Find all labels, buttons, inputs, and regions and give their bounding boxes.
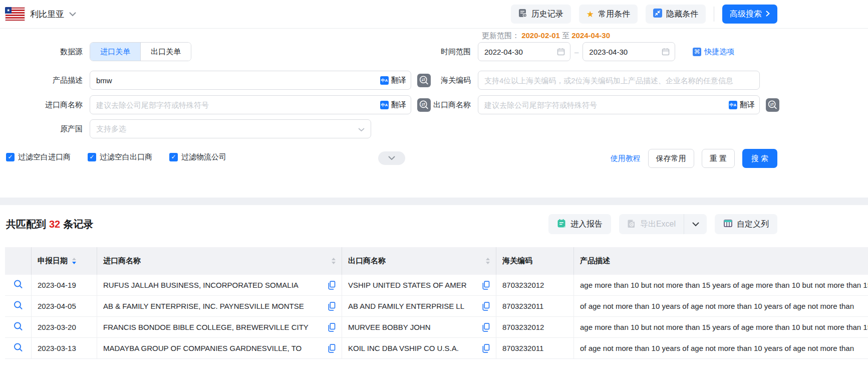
cell-exporter: AB AND FAMILY ENTERPRISE LL [342, 296, 496, 316]
checkbox-checked-icon [88, 153, 96, 161]
copy-icon[interactable] [482, 344, 490, 353]
filter-blank-exporter-checkbox[interactable]: 过滤空白出口商 [88, 152, 152, 162]
data-source-label: 数据源 [40, 47, 83, 57]
custom-columns-label: 自定义列 [737, 219, 769, 230]
history-button[interactable]: 历史记录 [511, 5, 571, 24]
product-desc-label: 产品描述 [40, 76, 83, 85]
cell-hs-code: 8703232012 [496, 275, 573, 295]
sort-buttons-exporter[interactable] [486, 258, 490, 264]
custom-columns-button[interactable]: 自定义列 [715, 214, 777, 234]
translate-button[interactable]: 中A 翻译 [380, 76, 406, 85]
start-date-input[interactable]: 2022-04-30 [478, 42, 570, 61]
export-excel-label: 导出Excel [640, 219, 676, 230]
table-row: 2023-04-05 AB & FAMILY ENTERPRISE, INC. … [5, 296, 868, 317]
filter-logistics-checkbox[interactable]: 过滤物流公司 [169, 152, 226, 162]
translate-icon: 中A [380, 76, 389, 85]
copy-icon[interactable] [482, 323, 490, 332]
history-label: 历史记录 [531, 9, 563, 20]
results-header: 共匹配到32条记录 进入报告 导出Excel [0, 205, 868, 234]
svg-text:⇄: ⇄ [421, 101, 425, 106]
results-toolbar: 进入报告 导出Excel 自定义列 [548, 214, 777, 234]
enter-report-button[interactable]: 进入报告 [548, 214, 611, 234]
quick-options-link[interactable]: ⌘ 快捷选项 [693, 47, 734, 57]
export-excel-group: 导出Excel [619, 214, 707, 234]
export-options-button[interactable] [684, 214, 707, 234]
cell-product: age more than 10 but not more than 15 ye… [573, 275, 868, 295]
checkbox-checked-icon [169, 153, 178, 161]
origin-row: 原产国 支持多选 [40, 119, 371, 138]
calendar-icon [662, 48, 670, 56]
hs-code-input[interactable] [478, 71, 760, 90]
filter-blank-importer-checkbox[interactable]: 过滤空白进口商 [6, 152, 71, 162]
chevron-right-icon [766, 10, 770, 19]
cell-product: of age not more than 10 years of age not… [573, 338, 868, 358]
row-detail-button[interactable] [5, 317, 31, 337]
section-divider [0, 198, 868, 205]
table-row: 2023-03-20 FRANCIS BONDOE BIBLE COLLEGE,… [5, 317, 868, 338]
export-excel-button[interactable]: 导出Excel [619, 214, 684, 234]
cell-date: 2023-03-13 [31, 338, 97, 358]
exporter-input[interactable] [478, 95, 760, 114]
column-header-exporter: 出口商名称 [342, 247, 496, 275]
reset-button[interactable]: 重 置 [702, 149, 735, 168]
svg-text:⇄: ⇄ [770, 101, 774, 106]
row-detail-button[interactable] [5, 338, 31, 358]
filter-logistics-label: 过滤物流公司 [181, 152, 226, 162]
copy-icon[interactable] [328, 302, 336, 311]
star-icon: ★ [587, 10, 594, 19]
columns-icon [723, 219, 733, 230]
export-icon [627, 219, 636, 230]
tab-import-declarations[interactable]: 进口关单 [90, 43, 140, 61]
translate-button[interactable]: 中A 翻译 [380, 100, 406, 110]
end-date-value: 2023-04-30 [589, 48, 628, 56]
hide-filters-button[interactable]: 隐藏条件 [646, 5, 706, 24]
filter-blank-exporter-label: 过滤空白出口商 [100, 152, 152, 162]
product-desc-row: 产品描述 中A 翻译 ⇄ [40, 71, 431, 90]
table-row: 2023-04-19 RUFUS JALLAH BUSINESS, INCORP… [5, 275, 868, 296]
sort-asc-icon [332, 258, 336, 260]
save-common-button[interactable]: 保存常用 [648, 149, 694, 168]
sort-buttons-date[interactable] [72, 258, 76, 264]
report-icon [557, 219, 566, 230]
translate-label: 翻译 [740, 100, 755, 110]
update-range-end: 2024-04-30 [571, 31, 610, 40]
cell-date: 2023-03-20 [31, 317, 97, 337]
time-range-row: 时间范围 2022-04-30 – 2023-04-30 ⌘ 快捷选项 [428, 42, 734, 61]
row-detail-button[interactable] [5, 275, 31, 295]
chevron-down-icon [69, 12, 76, 17]
importer-input[interactable] [90, 95, 411, 114]
divider [714, 7, 714, 22]
end-date-input[interactable]: 2023-04-30 [583, 42, 675, 61]
favorites-button[interactable]: ★ 常用条件 [579, 5, 638, 24]
copy-icon[interactable] [328, 323, 336, 332]
tab-export-declarations[interactable]: 出口关单 [140, 43, 191, 61]
search-button[interactable]: 搜 索 [742, 149, 777, 168]
exporter-row: 出口商名称 中A 翻译 ⇄ [428, 95, 779, 114]
sort-desc-icon [486, 262, 490, 264]
origin-select[interactable]: 支持多选 [90, 119, 371, 138]
match-mode-toggle-icon[interactable]: ⇄ [766, 98, 779, 112]
advanced-search-button[interactable]: 高级搜索 [722, 5, 777, 24]
translate-button[interactable]: 中A 翻译 [729, 100, 755, 110]
copy-icon[interactable] [482, 302, 490, 311]
hs-code-label: 海关编码 [428, 76, 471, 85]
copy-icon[interactable] [482, 281, 490, 290]
column-header-importer: 进口商名称 [97, 247, 342, 275]
cell-hs-code: 8703232012 [496, 317, 573, 337]
copy-icon[interactable] [328, 344, 336, 353]
origin-placeholder: 支持多选 [96, 124, 126, 134]
sort-buttons-importer[interactable] [332, 258, 336, 264]
expand-more-filters-button[interactable] [378, 151, 405, 165]
hs-code-row: 海关编码 [428, 71, 760, 90]
product-desc-input[interactable] [90, 71, 411, 90]
topbar-actions: 历史记录 ★ 常用条件 隐藏条件 高级搜索 [511, 5, 868, 24]
update-range: 更新范围： 2020-02-01 至 2024-04-30 [482, 31, 610, 41]
translate-label: 翻译 [391, 100, 406, 110]
update-range-to: 至 [562, 31, 569, 40]
cell-importer: FRANCIS BONDOE BIBLE COLLEGE, BREWERVILL… [97, 317, 342, 337]
row-detail-button[interactable] [5, 296, 31, 316]
tutorial-link[interactable]: 使用教程 [611, 154, 641, 163]
copy-icon[interactable] [328, 281, 336, 290]
advanced-search-label: 高级搜索 [730, 9, 762, 20]
country-selector[interactable]: ★ 利比里亚 [5, 7, 76, 21]
